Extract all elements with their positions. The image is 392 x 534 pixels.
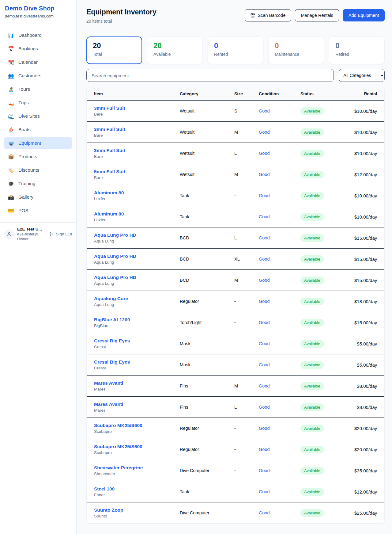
stat-value: 0	[214, 41, 257, 50]
item-name-link[interactable]: Mares Avanti	[94, 402, 180, 407]
item-condition-link[interactable]: Good	[259, 510, 300, 515]
table-row: Aqualung Core Aqua Lung Regulator - Good…	[87, 291, 384, 312]
item-name-link[interactable]: Mares Avanti	[94, 380, 180, 386]
item-name-link[interactable]: Shearwater Peregrine	[94, 465, 180, 471]
sidebar-item-boats[interactable]: ⛵ Boats	[4, 124, 72, 136]
search-input[interactable]	[86, 69, 334, 82]
main-content: Equipment Inventory 20 items total Scan …	[77, 0, 392, 534]
item-name-link[interactable]: Steel 100	[94, 486, 180, 492]
sidebar-item-tours[interactable]: 🏝️ Tours	[4, 83, 72, 95]
item-name-link[interactable]: Aqua Lung Pro HD	[94, 232, 180, 238]
item-condition-link[interactable]: Good	[259, 383, 300, 388]
sidebar-nav: 📊 Dashboard 📅 Bookings 📆 Calendar 👥 Cust…	[0, 24, 76, 218]
sidebar-item-calendar[interactable]: 📆 Calendar	[4, 56, 72, 68]
items-count: 20 items total	[86, 19, 156, 24]
table-row: Suunto Zoop Suunto Dive Computer - Good …	[87, 502, 384, 523]
item-condition-link[interactable]: Good	[259, 130, 300, 135]
item-name-link[interactable]: Aqua Lung Pro HD	[94, 275, 180, 280]
item-rental-price: $18.00/day	[354, 299, 377, 304]
item-rental-price: $35.00/day	[354, 468, 377, 473]
stat-card-maintenance[interactable]: 0 Maintenance	[268, 36, 324, 64]
item-name-link[interactable]: Scubapro MK25/S600	[94, 423, 180, 428]
item-name-link[interactable]: Aqualung Core	[94, 296, 180, 301]
sidebar-item-label: Bookings	[18, 46, 38, 51]
item-condition-link[interactable]: Good	[259, 447, 300, 452]
status-badge: Available	[300, 446, 324, 453]
sidebar-item-dashboard[interactable]: 📊 Dashboard	[4, 29, 72, 41]
item-name-link[interactable]: Aluminum 80	[94, 211, 180, 217]
item-name-link[interactable]: BigBlue AL1200	[94, 317, 180, 322]
item-name-link[interactable]: Scubapro MK25/S600	[94, 444, 180, 449]
item-condition-link[interactable]: Good	[259, 362, 300, 367]
item-condition-link[interactable]: Good	[259, 426, 300, 431]
item-rental-price: $20.00/day	[354, 426, 377, 431]
item-name-link[interactable]: 3mm Full Suit	[94, 105, 180, 111]
item-name-link[interactable]: Cressi Big Eyes	[94, 338, 180, 344]
item-condition-link[interactable]: Good	[259, 489, 300, 494]
item-brand: Faber	[94, 493, 180, 497]
item-condition-link[interactable]: Good	[259, 214, 300, 219]
item-name-link[interactable]: Suunto Zoop	[94, 507, 180, 513]
scan-barcode-button[interactable]: Scan Barcode	[245, 9, 291, 21]
item-condition-link[interactable]: Good	[259, 109, 300, 113]
item-name-link[interactable]: Aqua Lung Pro HD	[94, 254, 180, 259]
sidebar-item-trips[interactable]: 🚤 Trips	[4, 97, 72, 109]
sidebar-item-dive-sites[interactable]: 🌊 Dive Sites	[4, 110, 72, 122]
item-condition-link[interactable]: Good	[259, 341, 300, 346]
sidebar-item-products[interactable]: 📦 Products	[4, 151, 72, 163]
status-badge: Available	[300, 107, 324, 115]
item-name-link[interactable]: 3mm Full Suit	[94, 148, 180, 153]
sidebar-item-customers[interactable]: 👥 Customers	[4, 70, 72, 82]
sidebar-item-label: Trips	[18, 100, 29, 105]
user-info: E2E Test U... e2e-tester@... Owner	[17, 227, 46, 241]
item-condition-link[interactable]: Good	[259, 468, 300, 473]
stat-card-rented[interactable]: 0 Rented	[208, 36, 263, 64]
manage-rentals-button[interactable]: Manage Rentals	[295, 9, 339, 21]
item-category: Fins	[180, 405, 234, 410]
sign-out-button[interactable]: Sign Out	[49, 232, 72, 236]
page-header: Equipment Inventory 20 items total Scan …	[86, 8, 385, 24]
item-name-link[interactable]: Cressi Big Eyes	[94, 359, 180, 365]
item-condition-link[interactable]: Good	[259, 278, 300, 283]
sidebar-item-bookings[interactable]: 📅 Bookings	[4, 43, 72, 55]
item-brand: Aqua Lung	[94, 302, 180, 307]
stat-card-total[interactable]: 20 Total	[86, 36, 142, 64]
table-row: 3mm Full Suit Bare Wetsuit L Good Availa…	[87, 143, 384, 164]
person-icon	[7, 232, 12, 237]
sidebar-item-label: Calendar	[18, 59, 38, 65]
stat-card-available[interactable]: 20 Available	[147, 36, 203, 64]
table-body: 3mm Full Suit Bare Wetsuit S Good Availa…	[87, 100, 384, 523]
item-name-link[interactable]: Aluminum 80	[94, 190, 180, 196]
stat-label: Total	[93, 52, 136, 57]
sidebar-item-training[interactable]: 🎓 Training	[4, 177, 72, 190]
item-condition-link[interactable]: Good	[259, 151, 300, 156]
stat-card-retired[interactable]: 0 Retired	[329, 36, 385, 64]
user-section: E2E Test U... e2e-tester@... Owner Sign …	[0, 222, 76, 246]
column-status: Status	[300, 91, 354, 96]
item-condition-link[interactable]: Good	[259, 193, 300, 198]
column-size: Size	[234, 91, 259, 96]
item-brand: Aqua Lung	[94, 239, 180, 243]
item-condition-link[interactable]: Good	[259, 405, 300, 410]
category-select[interactable]: All Categories	[339, 69, 385, 82]
equipment-table: Item Category Size Condition Status Rent…	[86, 87, 385, 524]
item-name-link[interactable]: 5mm Full Suit	[94, 169, 180, 174]
item-condition-link[interactable]: Good	[259, 257, 300, 261]
sidebar-item-equipment[interactable]: 🤿 Equipment	[4, 137, 72, 149]
sidebar-item-pos[interactable]: 💳 POS	[4, 204, 72, 217]
sidebar-item-gallery[interactable]: 📸 Gallery	[4, 191, 72, 203]
item-condition-link[interactable]: Good	[259, 320, 300, 325]
item-condition-link[interactable]: Good	[259, 299, 300, 304]
item-condition-link[interactable]: Good	[259, 235, 300, 240]
item-size: -	[234, 341, 259, 346]
item-condition-link[interactable]: Good	[259, 172, 300, 177]
sidebar-item-discounts[interactable]: 🏷️ Discounts	[4, 164, 72, 176]
item-name-link[interactable]: 3mm Full Suit	[94, 127, 180, 132]
table-row: 5mm Full Suit Bare Wetsuit M Good Availa…	[87, 164, 384, 185]
status-badge: Available	[300, 277, 324, 284]
shop-domain: demo.test.divestreams.com	[5, 14, 71, 18]
stat-label: Retired	[335, 52, 378, 57]
add-equipment-button[interactable]: Add Equipment	[343, 9, 385, 21]
table-row: Cressi Big Eyes Cressi Mask - Good Avail…	[87, 333, 384, 354]
discounts-icon: 🏷️	[8, 167, 14, 173]
